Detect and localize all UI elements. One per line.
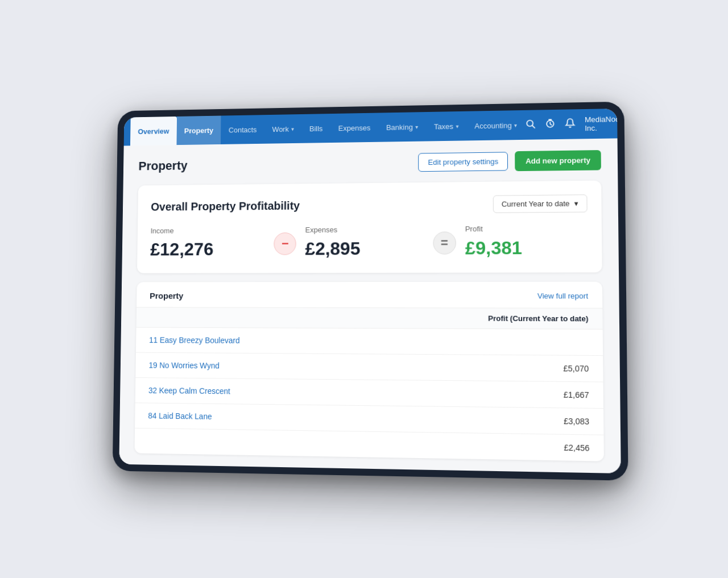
bell-icon[interactable] [565, 117, 576, 130]
edit-property-settings-button[interactable]: Edit property settings [419, 152, 508, 172]
expenses-block: Expenses £2,895 [305, 224, 424, 259]
profit-col-header: Profit (Current Year to date) [471, 314, 589, 323]
income-label: Income [151, 226, 266, 235]
metrics-row: Income £12,276 − Expenses £2,895 = P [150, 223, 588, 259]
income-value: £12,276 [150, 239, 265, 260]
page-title: Property [138, 158, 187, 173]
profit-value-cell: £1,667 [471, 389, 589, 400]
table-section-title: Property [150, 290, 183, 300]
main-content: Property Edit property settings Add new … [119, 138, 621, 473]
minus-operator: − [274, 232, 296, 255]
nav-item-accounting[interactable]: Accounting ▾ [466, 110, 525, 140]
property-link [148, 440, 471, 446]
table-row: 19 No Worries Wynd £5,070 [135, 352, 603, 382]
profit-label: Profit [465, 223, 588, 232]
profitability-card-header: Overall Property Profitability Current Y… [151, 194, 588, 215]
svg-point-0 [527, 120, 533, 126]
property-link[interactable]: 32 Keep Calm Crescent [148, 385, 471, 398]
nav-items: Overview Property Contacts Work ▾ Bills [130, 110, 525, 145]
nav-item-property[interactable]: Property [176, 115, 221, 145]
work-dropdown-icon: ▾ [291, 126, 294, 132]
equals-operator: = [433, 231, 456, 254]
view-full-report-link[interactable]: View full report [537, 292, 588, 300]
profit-value-cell [471, 342, 589, 342]
property-link[interactable]: 11 Easy Breezy Boulevard [149, 335, 471, 346]
property-table-card: Property View full report Profit (Curren… [134, 281, 603, 461]
expenses-label: Expenses [305, 224, 424, 234]
profit-value: £9,381 [465, 237, 588, 259]
table-col-headers: Profit (Current Year to date) [136, 307, 603, 330]
period-dropdown-icon: ▾ [574, 199, 578, 207]
period-selector[interactable]: Current Year to date ▾ [493, 194, 587, 213]
property-link[interactable]: 19 No Worries Wynd [149, 360, 471, 372]
nav-item-expenses[interactable]: Expenses [330, 113, 378, 142]
profit-block: Profit £9,381 [465, 223, 588, 259]
accounting-dropdown-icon: ▾ [514, 122, 517, 128]
table-header-row: Property View full report [136, 281, 602, 308]
add-new-property-button[interactable]: Add new property [515, 150, 601, 171]
nav-item-taxes[interactable]: Taxes ▾ [426, 111, 466, 141]
search-icon[interactable] [525, 118, 536, 131]
profitability-card: Overall Property Profitability Current Y… [137, 180, 602, 273]
banking-dropdown-icon: ▾ [415, 123, 418, 130]
profit-value-cell: £5,070 [471, 363, 589, 373]
company-name: MediaNode Inc. [585, 114, 621, 132]
timer-icon[interactable] [545, 118, 556, 131]
nav-item-banking[interactable]: Banking ▾ [378, 112, 426, 142]
table-row: 11 Easy Breezy Boulevard [136, 327, 603, 356]
header-actions: Edit property settings Add new property [419, 150, 601, 172]
tablet-screen: Overview Property Contacts Work ▾ Bills [119, 108, 621, 473]
svg-line-1 [532, 125, 535, 127]
nav-item-work[interactable]: Work ▾ [264, 114, 302, 143]
property-col-header [150, 317, 471, 318]
profit-value-cell: £3,083 [471, 415, 589, 426]
taxes-dropdown-icon: ▾ [456, 123, 458, 129]
company-selector[interactable]: MediaNode Inc. ▾ [585, 114, 621, 132]
nav-right: MediaNode Inc. ▾ [525, 114, 621, 133]
page-header: Property Edit property settings Add new … [138, 150, 601, 176]
income-block: Income £12,276 [150, 226, 265, 260]
nav-item-contacts[interactable]: Contacts [221, 115, 264, 144]
profit-value-cell: £2,456 [471, 441, 589, 452]
profitability-title: Overall Property Profitability [151, 199, 300, 213]
period-label: Current Year to date [502, 199, 570, 208]
nav-item-bills[interactable]: Bills [301, 114, 330, 143]
tablet-frame: Overview Property Contacts Work ▾ Bills [113, 101, 628, 480]
property-link[interactable]: 84 Laid Back Lane [148, 411, 471, 425]
nav-item-overview[interactable]: Overview [130, 116, 177, 145]
expenses-value: £2,895 [305, 238, 424, 259]
